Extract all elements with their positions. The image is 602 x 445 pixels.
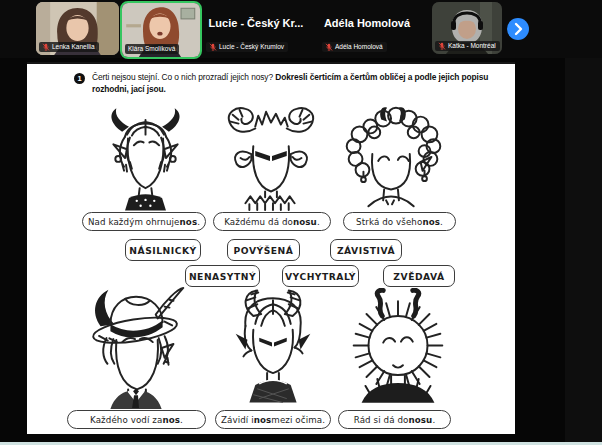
caption-bubble: Závidí i nos mezi očima. bbox=[215, 410, 331, 429]
participant-name: Adéla Homolová bbox=[335, 43, 383, 51]
participant-display-name: Adéla Homolová bbox=[312, 17, 422, 29]
devil-illustration-3 bbox=[327, 104, 460, 212]
caption-bold-word: nos bbox=[180, 217, 198, 227]
caption-text: mezi očima. bbox=[271, 415, 325, 425]
caption-text: Každého vodí za bbox=[90, 415, 162, 425]
caption-bold-word: nosu bbox=[408, 415, 432, 425]
participant-nameplate: Lenka Kanellia bbox=[39, 42, 99, 52]
adjective-box: VYCHYTRALÝ bbox=[282, 265, 359, 287]
participant-nameplate: Klára Smolíková bbox=[125, 44, 179, 54]
shared-screen-worksheet: 1 Čerti nejsou stejní. Co o nich prozrad… bbox=[27, 62, 515, 434]
exercise-number-badge: 1 bbox=[74, 73, 85, 84]
adjective-label: ZÁVISTIVÁ bbox=[337, 245, 395, 256]
caption-text: Strká do všeho bbox=[356, 217, 422, 227]
caption-text: . bbox=[180, 415, 183, 425]
zoom-meeting-window: Lenka Kanellia Klára bbox=[0, 0, 602, 445]
caption-text: Závidí i bbox=[221, 415, 254, 425]
caption-text: . bbox=[197, 217, 200, 227]
caption-bold-word: nos bbox=[162, 415, 180, 425]
caption-text: Rád si dá do bbox=[354, 415, 409, 425]
adjective-label: POVÝŠENÁ bbox=[234, 245, 294, 256]
exercise-instructions: Čerti nejsou stejní. Co o nich prozradí … bbox=[92, 71, 496, 95]
participant-name: Katka - Montréal bbox=[448, 42, 496, 50]
caption-bold-word: nos bbox=[254, 415, 272, 425]
caption-bubble: Každého vodí za nos. bbox=[67, 410, 206, 429]
participant-display-name: Lucie - Český Kr... bbox=[200, 17, 312, 29]
participant-name: Lenka Kanellia bbox=[52, 43, 95, 51]
adjective-box: ZVĚDAVÁ bbox=[383, 265, 455, 287]
participant-name: Lucie - Český Krumlov bbox=[219, 43, 284, 51]
instructions-regular: Čerti nejsou stejní. Co o nich prozradí … bbox=[92, 72, 275, 82]
participant-tile-katka[interactable]: Katka - Montréal bbox=[432, 2, 502, 54]
caption-bubble: Rád si dá do nosu. bbox=[338, 410, 451, 429]
adjective-box: POVÝŠENÁ bbox=[227, 239, 300, 261]
participant-nameplate: Adéla Homolová bbox=[322, 42, 387, 52]
participant-tile-lenka[interactable]: Lenka Kanellia bbox=[36, 2, 119, 55]
devil-illustration-2 bbox=[212, 104, 330, 212]
next-participants-button[interactable] bbox=[507, 18, 529, 40]
caption-bubble: Každému dá do nosu. bbox=[213, 212, 331, 231]
muted-mic-icon bbox=[42, 43, 50, 51]
caption-text: . bbox=[432, 415, 435, 425]
caption-text: Každému dá do bbox=[224, 217, 293, 227]
caption-text: Nad každým ohrnuje bbox=[88, 217, 180, 227]
participant-tile-klara-active-speaker[interactable]: Klára Smolíková bbox=[120, 1, 202, 59]
adjective-box: NÁSILNICKÝ bbox=[125, 239, 201, 261]
adjective-label: NÁSILNICKÝ bbox=[129, 245, 196, 256]
participant-tile-adela[interactable]: Adéla Homolová Adéla Homolová bbox=[312, 0, 422, 58]
caption-bubble: Nad každým ohrnuje nos. bbox=[82, 212, 206, 231]
participant-tile-lucie[interactable]: Lucie - Český Kr... Lucie - Český Krumlo… bbox=[200, 0, 312, 58]
muted-mic-icon bbox=[325, 43, 333, 51]
window-edge bbox=[565, 0, 602, 442]
adjective-label: NENASYTNÝ bbox=[189, 271, 256, 282]
muted-mic-icon bbox=[209, 43, 217, 51]
adjective-box: ZÁVISTIVÁ bbox=[330, 239, 402, 261]
caption-text: . bbox=[317, 217, 320, 227]
participant-nameplate: Lucie - Český Krumlov bbox=[206, 42, 288, 52]
devil-illustration-1 bbox=[90, 104, 202, 212]
adjective-box: NENASYTNÝ bbox=[185, 265, 260, 287]
participant-nameplate: Katka - Montréal bbox=[435, 41, 500, 51]
caption-bold-word: nosu bbox=[293, 217, 317, 227]
devil-illustration-6 bbox=[334, 288, 462, 409]
caption-bold-word: nos bbox=[422, 217, 440, 227]
participant-filmstrip: Lenka Kanellia Klára bbox=[0, 0, 602, 58]
adjective-label: ZVĚDAVÁ bbox=[393, 271, 444, 282]
adjective-label: VYCHYTRALÝ bbox=[285, 271, 356, 282]
devil-illustration-5 bbox=[214, 288, 332, 409]
chevron-right-icon bbox=[507, 18, 529, 40]
devil-illustration-4 bbox=[71, 284, 204, 410]
caption-bubble: Strká do všeho nos. bbox=[343, 212, 456, 231]
participant-name: Klára Smolíková bbox=[128, 45, 175, 53]
muted-mic-icon bbox=[438, 42, 446, 50]
caption-text: . bbox=[440, 217, 443, 227]
